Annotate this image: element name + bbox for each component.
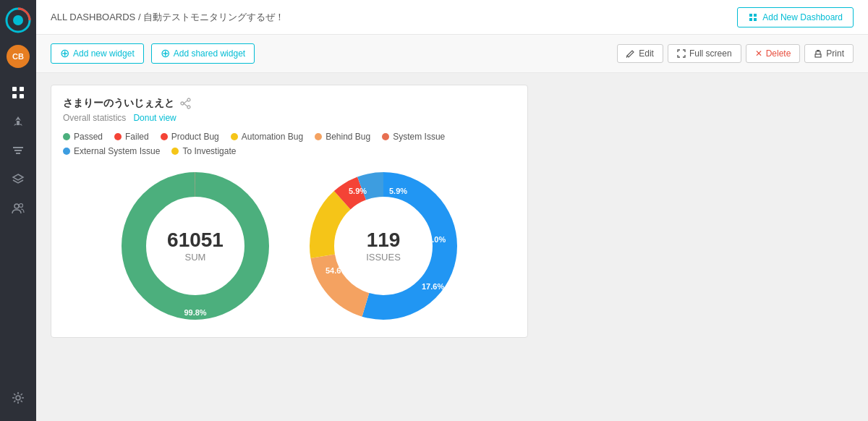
add-widget-button[interactable]: ⊕ Add new widget (51, 43, 144, 64)
svg-rect-15 (754, 14, 757, 17)
legend-dot-failed (114, 133, 122, 140)
svg-rect-19 (815, 54, 821, 57)
content: さまりーのういじぇえと Overall statistics Donut vie… (36, 73, 868, 421)
legend-external-system: External System Issue (63, 146, 160, 156)
label-59a: 5.9% (389, 187, 407, 195)
svg-line-18 (626, 56, 627, 58)
filter-icon[interactable] (5, 137, 31, 163)
add-shared-widget-label: Add shared widget (174, 48, 245, 59)
svg-point-22 (187, 106, 190, 109)
breadcrumb-all[interactable]: ALL DASHBOARDS (51, 12, 135, 22)
avatar[interactable]: CB (7, 45, 30, 68)
delete-button[interactable]: ✕ Delete (746, 44, 801, 63)
view-label[interactable]: Donut view (133, 113, 176, 123)
legend-system-issue: System Issue (382, 132, 445, 142)
svg-point-11 (14, 204, 19, 208)
legend-dot-external-system (63, 148, 70, 155)
add-shared-widget-button[interactable]: ⊕ Add shared widget (151, 43, 255, 64)
svg-rect-4 (12, 94, 17, 98)
svg-rect-14 (749, 14, 752, 17)
svg-point-12 (20, 204, 23, 208)
users-icon[interactable] (5, 195, 31, 221)
legend-to-investigate: To Investigate (171, 146, 236, 156)
legend-dot-system-issue (382, 133, 389, 140)
breadcrumb-current: 自動テストモニタリングするぜ！ (143, 12, 284, 22)
svg-point-23 (181, 102, 184, 105)
svg-rect-16 (749, 18, 752, 21)
legend-dot-product-bug (161, 133, 168, 140)
legend-failed: Failed (114, 132, 149, 142)
toolbar: ⊕ Add new widget ⊕ Add shared widget Edi… (36, 35, 868, 73)
donut-chart-2: 54.6% 17.6% 16.0% 5.9% 5.9% 119 ISSUES (304, 166, 463, 326)
add-widget-label: Add new widget (73, 48, 135, 59)
edit-label: Edit (639, 48, 654, 59)
svg-point-21 (187, 98, 190, 101)
charts-area: 61051 SUM 99.8% (63, 166, 516, 326)
print-label: Print (826, 48, 844, 59)
legend: Passed Failed Product Bug Automation Bug… (63, 132, 516, 156)
layers-icon[interactable] (5, 166, 31, 192)
fullscreen-button[interactable]: Full screen (668, 44, 741, 63)
legend-dot-passed (63, 133, 70, 140)
settings-icon[interactable] (5, 385, 31, 411)
share-icon[interactable] (180, 98, 192, 109)
sidebar: CB (0, 0, 36, 421)
widget-card: さまりーのういじぇえと Overall statistics Donut vie… (51, 85, 528, 338)
legend-dot-behind-bug (315, 133, 322, 140)
svg-rect-5 (20, 94, 24, 98)
add-dashboard-label: Add New Dashboard (762, 12, 843, 22)
svg-point-13 (16, 396, 20, 400)
donut-svg-2: 54.6% 17.6% 16.0% 5.9% 5.9% (304, 166, 463, 326)
legend-dot-automation-bug (231, 133, 238, 140)
donut-chart-1: 61051 SUM 99.8% (116, 166, 275, 326)
toolbar-left: ⊕ Add new widget ⊕ Add shared widget (51, 43, 610, 64)
svg-rect-2 (12, 87, 17, 91)
legend-passed: Passed (63, 132, 103, 142)
toolbar-right: Edit Full screen ✕ Delete Print (617, 44, 854, 63)
svg-rect-3 (20, 87, 24, 91)
label-160: 16.0% (423, 235, 446, 244)
svg-line-24 (184, 101, 187, 103)
topbar: ALL DASHBOARDS / 自動テストモニタリングするぜ！ Add New… (36, 0, 868, 35)
main-area: ALL DASHBOARDS / 自動テストモニタリングするぜ！ Add New… (36, 0, 868, 421)
edit-button[interactable]: Edit (617, 44, 663, 63)
legend-dot-to-investigate (171, 148, 179, 155)
breadcrumb-separator: / (135, 12, 143, 22)
svg-point-1 (13, 15, 23, 25)
stats-label: Overall statistics (63, 113, 126, 123)
logo (5, 7, 31, 33)
fullscreen-label: Full screen (689, 48, 732, 59)
donut-svg-1 (116, 166, 275, 326)
widget-subtitle: Overall statistics Donut view (63, 113, 516, 123)
donut1-percent-label: 99.8% (184, 308, 206, 317)
print-button[interactable]: Print (804, 44, 854, 63)
svg-rect-6 (17, 121, 20, 125)
breadcrumb: ALL DASHBOARDS / 自動テストモニタリングするぜ！ (51, 11, 284, 24)
legend-product-bug: Product Bug (161, 132, 219, 142)
svg-point-34 (335, 197, 432, 294)
svg-point-28 (147, 197, 244, 294)
svg-rect-20 (817, 50, 820, 51)
label-59b: 5.9% (349, 187, 367, 195)
label-176: 17.6% (422, 282, 444, 291)
legend-behind-bug: Behind Bug (315, 132, 370, 142)
legend-automation-bug: Automation Bug (231, 132, 303, 142)
add-dashboard-button[interactable]: Add New Dashboard (737, 7, 854, 27)
svg-line-25 (184, 103, 187, 106)
grid-icon[interactable] (5, 80, 31, 106)
rocket-icon[interactable] (5, 109, 31, 135)
widget-title: さまりーのういじぇえと (63, 97, 516, 110)
svg-rect-17 (754, 18, 757, 21)
label-546: 54.6% (326, 266, 348, 275)
delete-label: Delete (766, 48, 791, 59)
svg-marker-10 (13, 174, 23, 180)
